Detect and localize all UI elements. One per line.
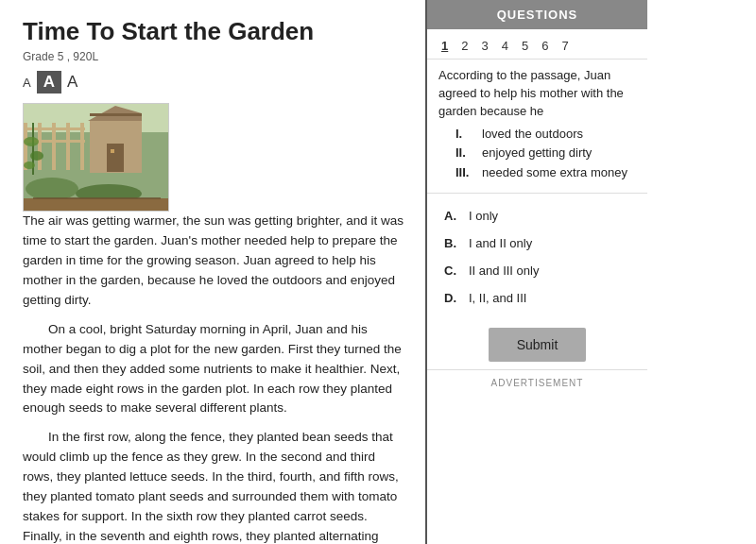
- roman-item-2: II.enjoyed getting dirty: [455, 144, 636, 163]
- answer-options: A.I onlyB.I and II onlyC.II and III only…: [427, 194, 647, 316]
- svg-rect-6: [111, 149, 114, 153]
- font-size-active[interactable]: A: [37, 71, 61, 94]
- question-tab-2[interactable]: 2: [456, 37, 472, 55]
- svg-point-18: [30, 151, 43, 161]
- roman-text-3: needed some extra money: [482, 163, 627, 183]
- svg-point-19: [24, 162, 35, 169]
- svg-rect-4: [90, 113, 142, 116]
- svg-point-17: [24, 137, 39, 146]
- question-sentence: According to the passage, Juan agreed to…: [438, 68, 624, 118]
- roman-list: I.loved the outdoorsII.enjoyed getting d…: [438, 121, 636, 187]
- answer-text-3: I, II, and III: [469, 291, 526, 305]
- answer-letter-0: A.: [444, 209, 461, 223]
- roman-numeral-2: II.: [455, 144, 478, 163]
- questions-header: QUESTIONS: [427, 0, 647, 29]
- answer-text-1: I and II only: [469, 236, 532, 250]
- answer-option-C[interactable]: C.II and III only: [438, 258, 636, 283]
- svg-rect-5: [107, 144, 124, 172]
- questions-panel: QUESTIONS 1234567 According to the passa…: [425, 0, 647, 544]
- article-grade: Grade 5 , 920L: [23, 50, 408, 63]
- submit-button[interactable]: Submit: [489, 328, 587, 362]
- roman-item-1: I.loved the outdoors: [455, 125, 636, 144]
- roman-numeral-3: III.: [455, 163, 478, 183]
- question-tabs[interactable]: 1234567: [427, 29, 647, 59]
- answer-option-A[interactable]: A.I only: [438, 203, 636, 229]
- answer-option-D[interactable]: D.I, II, and III: [438, 285, 636, 311]
- article-paragraph-3: In the first row, along the fence, they …: [23, 428, 408, 544]
- font-size-small[interactable]: A: [23, 76, 31, 90]
- question-tab-6[interactable]: 6: [537, 37, 553, 55]
- question-tab-4[interactable]: 4: [497, 37, 513, 55]
- question-tab-3[interactable]: 3: [476, 37, 492, 55]
- font-size-large[interactable]: A: [67, 73, 77, 92]
- question-tab-5[interactable]: 5: [517, 37, 533, 55]
- advertisement-label: ADVERTISEMENT: [427, 370, 647, 396]
- answer-letter-1: B.: [444, 236, 461, 250]
- paragraph-1-text: The air was getting warmer, the sun was …: [23, 213, 404, 307]
- answer-letter-2: C.: [444, 264, 461, 278]
- svg-point-14: [26, 178, 78, 200]
- roman-numeral-1: I.: [455, 125, 478, 144]
- question-tab-1[interactable]: 1: [437, 37, 453, 55]
- roman-text-1: loved the outdoors: [482, 125, 583, 144]
- article-paragraph-2: On a cool, bright Saturday morning in Ap…: [23, 320, 408, 419]
- answer-text-2: II and III only: [469, 264, 539, 278]
- font-size-controls: A A A: [23, 71, 408, 94]
- roman-item-3: III.needed some extra money: [455, 163, 636, 183]
- answer-option-B[interactable]: B.I and II only: [438, 230, 636, 256]
- svg-rect-20: [24, 198, 169, 212]
- article-panel: Time To Start the Garden Grade 5 , 920L …: [0, 0, 425, 544]
- submit-area: Submit: [427, 316, 647, 369]
- article-body: The air was getting warmer, the sun was …: [23, 103, 408, 544]
- roman-text-2: enjoyed getting dirty: [482, 144, 592, 163]
- question-tab-7[interactable]: 7: [557, 37, 573, 55]
- answer-text-0: I only: [469, 209, 498, 223]
- article-title: Time To Start the Garden: [23, 17, 408, 46]
- answer-letter-3: D.: [444, 291, 461, 305]
- garden-image: [23, 103, 169, 212]
- question-text: According to the passage, Juan agreed to…: [427, 60, 647, 193]
